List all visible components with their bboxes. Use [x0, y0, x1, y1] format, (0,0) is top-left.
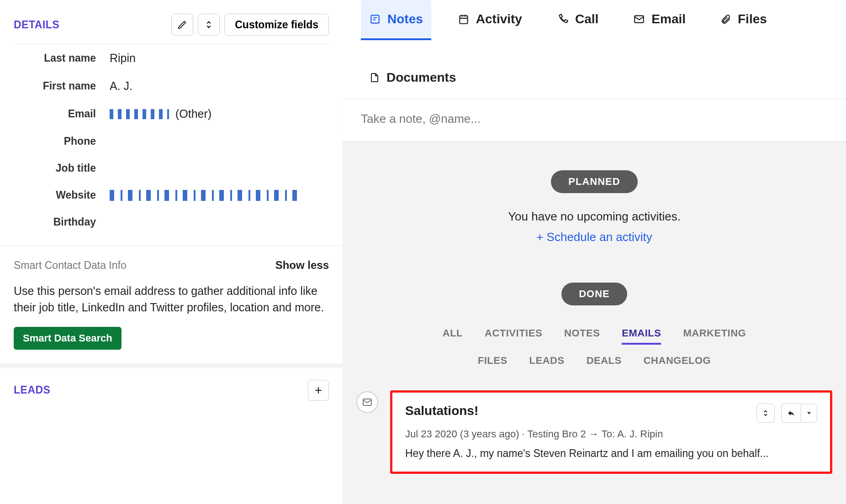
email-subject: Salutations!	[405, 404, 478, 418]
document-icon	[369, 72, 380, 84]
tab-files-label: Files	[738, 12, 767, 26]
redacted-website	[110, 190, 301, 201]
smart-contact-title: Smart Contact Data Info	[14, 259, 127, 272]
note-icon	[369, 13, 381, 25]
edit-button[interactable]	[171, 14, 193, 36]
email-type: (Other)	[175, 107, 212, 121]
reorder-button[interactable]	[198, 14, 220, 36]
pencil-icon	[177, 20, 187, 30]
show-less-toggle[interactable]: Show less	[275, 259, 329, 272]
first-name-value[interactable]: A. J.	[110, 79, 132, 93]
tab-documents[interactable]: Documents	[361, 58, 464, 99]
phone-label: Phone	[14, 135, 110, 147]
contact-details-panel: DETAILS Customize fields Last name Ripin…	[0, 0, 343, 504]
timeline-email-marker	[356, 391, 378, 413]
filter-notes[interactable]: NOTES	[564, 327, 600, 345]
chevron-down-icon	[806, 410, 812, 416]
paperclip-icon	[720, 13, 731, 25]
tab-email-label: Email	[651, 12, 686, 26]
filter-changelog[interactable]: CHANGELOG	[644, 355, 711, 372]
schedule-activity-link[interactable]: + Schedule an activity	[343, 230, 846, 244]
email-label: Email	[14, 108, 110, 120]
website-label: Website	[14, 189, 110, 201]
tab-activity-label: Activity	[476, 12, 522, 26]
tab-notes[interactable]: Notes	[361, 0, 431, 40]
svg-rect-1	[460, 16, 467, 23]
email-expand-button[interactable]	[756, 404, 775, 423]
smart-contact-description: Use this person's email address to gathe…	[14, 283, 329, 316]
last-name-label: Last name	[14, 52, 110, 64]
customize-fields-button[interactable]: Customize fields	[224, 14, 329, 36]
tab-files[interactable]: Files	[712, 0, 775, 40]
email-preview: Hey there A. J., my name's Steven Reinar…	[405, 447, 817, 460]
filter-deals[interactable]: DEALS	[587, 355, 622, 372]
email-value[interactable]: (Other)	[110, 107, 212, 121]
sort-icon	[761, 409, 770, 417]
website-value[interactable]	[110, 190, 301, 201]
tab-call[interactable]: Call	[549, 0, 607, 40]
phone-icon	[557, 13, 569, 25]
filter-leads[interactable]: LEADS	[529, 355, 565, 372]
tab-notes-label: Notes	[387, 12, 423, 26]
plus-icon	[314, 386, 323, 395]
redacted-email	[110, 109, 169, 119]
note-input[interactable]	[361, 112, 828, 126]
sort-icon	[204, 20, 214, 30]
reply-icon	[786, 409, 796, 417]
activity-panel: Notes Activity Call Email Files Document…	[343, 0, 846, 504]
filter-marketing[interactable]: MARKETING	[683, 327, 746, 345]
email-reply-button[interactable]	[781, 404, 801, 423]
filter-emails[interactable]: EMAILS	[622, 327, 661, 345]
last-name-value[interactable]: Ripin	[110, 52, 136, 65]
no-planned-activities-text: You have no upcoming activities.	[343, 210, 846, 224]
tab-documents-label: Documents	[386, 70, 456, 85]
calendar-icon	[458, 13, 470, 25]
filter-all[interactable]: ALL	[443, 327, 463, 345]
envelope-icon	[633, 13, 645, 25]
birthday-label: Birthday	[14, 216, 110, 228]
details-title: DETAILS	[14, 19, 59, 31]
smart-data-search-button[interactable]: Smart Data Search	[14, 327, 122, 350]
filter-activities[interactable]: ACTIVITIES	[485, 327, 542, 345]
tab-email[interactable]: Email	[625, 0, 694, 40]
envelope-icon	[362, 397, 373, 408]
tab-call-label: Call	[575, 12, 598, 26]
tab-activity[interactable]: Activity	[449, 0, 530, 40]
email-meta: Jul 23 2020 (3 years ago) · Testing Bro …	[405, 428, 817, 440]
leads-title: LEADS	[14, 384, 50, 396]
email-reply-menu-button[interactable]	[801, 404, 817, 423]
email-card[interactable]: Salutations! Jul 23 2	[390, 390, 832, 474]
job-title-label: Job title	[14, 162, 110, 174]
filter-files[interactable]: FILES	[478, 355, 508, 372]
first-name-label: First name	[14, 80, 110, 92]
done-pill: DONE	[561, 283, 627, 305]
planned-pill: PLANNED	[551, 170, 637, 193]
add-lead-button[interactable]	[308, 380, 329, 401]
